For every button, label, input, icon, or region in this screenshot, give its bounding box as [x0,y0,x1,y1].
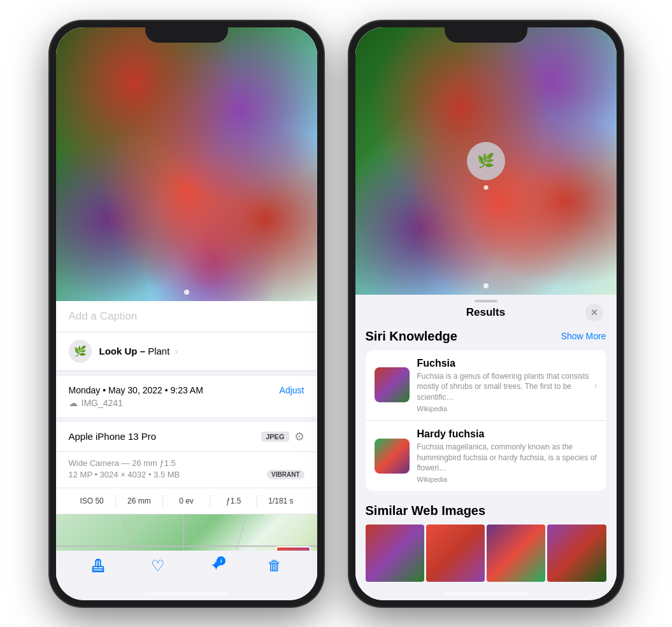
flower-photo-left[interactable] [56,27,317,301]
exif-iso: ISO 50 [69,495,116,507]
cloud-icon: ☁ [69,398,78,408]
lookup-icon: 🌿 [69,340,92,363]
photo-dot-indicator-right [483,283,489,288]
similar-image-2[interactable] [426,525,485,582]
lookup-label: Look Up – Plant › [99,346,178,356]
exif-shutter: 1/181 s [257,495,304,507]
similar-images-title: Similar Web Images [366,504,606,518]
notch-right [445,21,527,43]
results-panel: Results ✕ Siri Knowledge Show More [355,295,617,588]
knowledge-item-hardy-fuchsia[interactable]: Hardy fuchsia Fuchsia magellanica, commo… [366,421,606,491]
favorite-button[interactable]: ♡ [151,557,165,575]
exif-mm: 26 mm [116,495,163,507]
drag-handle[interactable] [475,300,497,302]
camera-line1: Wide Camera — 26 mm ƒ1.5 [69,458,304,468]
toolbar: ♡ ✦i 🗑 [56,551,317,581]
similar-image-4[interactable] [547,525,606,582]
filename-text: IMG_4241 [82,398,123,408]
siri-knowledge-header: Siri Knowledge Show More [366,329,606,344]
hardy-fuchsia-name: Hardy fuchsia [417,428,597,440]
fuchsia-source: Wikipedia [417,405,597,412]
chevron-right-icon: › [594,380,597,390]
knowledge-item-fuchsia[interactable]: Fuchsia Fuchsia is a genus of flowering … [366,350,606,421]
notch [145,21,228,43]
home-indicator-right [445,592,527,595]
similar-image-3[interactable] [487,525,545,582]
similar-images-section: Similar Web Images [355,496,617,587]
device-name: Apple iPhone 13 Pro [69,431,157,442]
caption-area[interactable]: Add a Caption [56,301,317,332]
info-section: Monday • May 30, 2022 • 9:23 AM Adjust ☁… [56,376,317,417]
siri-knowledge-title: Siri Knowledge [366,329,457,344]
lookup-row[interactable]: 🌿 Look Up – Plant › [56,332,317,371]
flower-photo-right[interactable]: 🌿 [355,27,617,295]
close-button[interactable]: ✕ [585,304,603,321]
lookup-chevron: › [172,346,178,356]
caption-placeholder[interactable]: Add a Caption [69,310,138,322]
share-button[interactable] [91,559,105,573]
exif-aperture: ƒ1.5 [210,495,257,507]
home-indicator-left [145,592,228,595]
siri-knowledge-section: Siri Knowledge Show More Fuchsia Fuchsia… [355,329,617,497]
similar-images-grid [366,525,606,582]
vibrant-badge: VIBRANT [267,470,304,479]
exif-ev: 0 ev [163,495,210,507]
camera-line2: 12 MP • 3024 × 4032 • 3.5 MB VIBRANT [69,470,304,479]
device-section: Apple iPhone 13 Pro JPEG ⚙ Wide Camera —… [56,422,317,514]
fuchsia-desc: Fuchsia is a genus of flowering plants t… [417,371,597,403]
siri-dot [483,185,488,190]
hardy-fuchsia-thumbnail [375,439,410,474]
jpeg-badge: JPEG [261,432,289,442]
hardy-fuchsia-text: Hardy fuchsia Fuchsia magellanica, commo… [417,428,597,483]
chevron-right-icon-2: › [594,451,597,461]
gear-icon[interactable]: ⚙ [294,430,304,444]
camera-details: Wide Camera — 26 mm ƒ1.5 12 MP • 3024 × … [56,452,317,488]
right-phone: 🌿 Results ✕ Siri Knowledge [349,21,623,607]
hardy-fuchsia-desc: Fuchsia magellanica, commonly known as t… [417,442,597,474]
fuchsia-name: Fuchsia [417,358,597,369]
info-button[interactable]: ✦i [210,558,222,574]
right-screen: 🌿 Results ✕ Siri Knowledge [355,27,617,600]
hardy-fuchsia-source: Wikipedia [417,476,597,483]
delete-button[interactable]: 🗑 [268,558,282,574]
adjust-button[interactable]: Adjust [280,385,304,395]
fuchsia-text: Fuchsia Fuchsia is a genus of flowering … [417,358,597,412]
similar-image-1[interactable] [366,525,424,582]
left-screen: Add a Caption 🌿 Look Up – Plant › Monday… [56,27,317,600]
photo-dot-indicator [184,290,189,295]
device-row: Apple iPhone 13 Pro JPEG ⚙ [56,422,317,452]
show-more-button[interactable]: Show More [561,331,606,341]
siri-badge[interactable]: 🌿 [467,142,505,180]
knowledge-card: Fuchsia Fuchsia is a genus of flowering … [366,350,606,491]
date-text: Monday • May 30, 2022 • 9:23 AM [69,385,203,395]
left-phone: Add a Caption 🌿 Look Up – Plant › Monday… [50,21,324,607]
results-title: Results [466,306,505,319]
close-icon: ✕ [590,307,598,318]
exif-row: ISO 50 26 mm 0 ev ƒ1.5 1/181 s [56,488,317,514]
fuchsia-thumbnail [375,367,410,402]
leaf-icon: 🌿 [74,345,87,357]
